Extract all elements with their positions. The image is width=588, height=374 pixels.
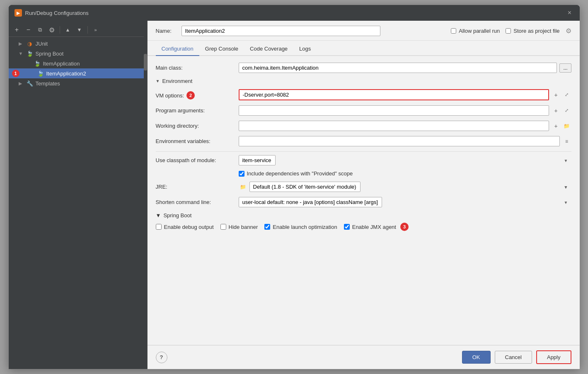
classpath-select[interactable]: item-service [239,155,276,165]
spring-boot-section-label: Spring Boot [163,212,191,219]
enable-jmx-text: Enable JMX agent [352,224,396,230]
templates-label: Templates [36,80,60,87]
program-args-add-button[interactable]: + [552,106,561,115]
item-application-label: ItemApplication [43,61,80,67]
add-config-button[interactable]: + [12,25,22,35]
enable-launch-label[interactable]: Enable launch optimization [264,224,337,230]
env-vars-row: Environment variables: ≡ [156,136,571,146]
config-content: Main class: ... ▼ Environment VM options… [148,56,580,345]
environment-section-header[interactable]: ▼ Environment [156,78,571,84]
enable-jmx-label[interactable]: Enable JMX agent 3 [344,223,409,231]
program-args-input[interactable] [239,105,549,116]
working-dir-input[interactable] [239,121,549,131]
sidebar-item-templates[interactable]: ▶ 🔧 Templates [9,78,147,88]
tab-code-coverage[interactable]: Code Coverage [244,42,293,56]
tab-logs[interactable]: Logs [293,42,317,56]
spring-boot-icon: 🍃 [26,50,34,57]
env-vars-actions: ≡ [562,137,571,146]
sidebar-item-spring-boot[interactable]: ▼ 🍃 Spring Boot [9,49,147,58]
include-deps-checkbox-label[interactable]: Include dependencies with "Provided" sco… [239,170,353,177]
dialog-body: + − ⧉ ⚙ ▲ ▼ » ▶ ◑ JUnit ▼ 🍃 Spring Boot [9,21,580,369]
scrollbar-thumb[interactable] [144,54,147,70]
working-dir-actions: + 📁 [552,121,571,131]
sidebar-item-item-application2[interactable]: 1 🍃 ItemApplication2 [9,68,147,78]
footer-left: ? [156,352,167,363]
jre-folder-button[interactable]: 📁 [239,182,248,192]
spring-boot-label: Spring Boot [36,51,64,57]
copy-config-button[interactable]: ⧉ [35,25,45,35]
title-bar-left: ▶ Run/Debug Configurations [15,9,89,17]
store-project-checkbox[interactable] [506,28,511,34]
enable-launch-checkbox[interactable] [264,224,270,230]
cancel-button[interactable]: Cancel [495,351,532,364]
ok-button[interactable]: OK [462,351,491,364]
enable-debug-text: Enable debug output [164,224,214,230]
apply-button[interactable]: Apply [536,350,571,364]
close-button[interactable]: × [566,9,574,17]
include-deps-checkbox[interactable] [239,171,244,177]
program-args-label: Program arguments: [156,105,239,114]
allow-parallel-row: Allow parallel run [451,28,500,34]
allow-parallel-label: Allow parallel run [459,28,500,34]
left-panel: + − ⧉ ⚙ ▲ ▼ » ▶ ◑ JUnit ▼ 🍃 Spring Boot [9,21,148,369]
main-class-browse-button[interactable]: ... [559,63,571,73]
title-bar: ▶ Run/Debug Configurations × [9,5,580,21]
enable-jmx-checkbox[interactable] [344,224,350,230]
vm-options-add-button[interactable]: + [552,90,561,100]
dialog-title: Run/Debug Configurations [25,10,89,16]
spring-boot-section-header[interactable]: ▼ Spring Boot [156,212,571,219]
sidebar-item-junit[interactable]: ▶ ◑ JUnit [9,39,147,49]
env-vars-input[interactable] [239,136,560,146]
badge-2: 2 [186,91,195,100]
main-class-control: ... [239,63,571,73]
vm-options-control: + ⤢ [239,89,571,100]
name-input[interactable] [181,26,380,36]
enable-debug-checkbox[interactable] [156,224,162,230]
tabs: Configuration Grep Console Code Coverage… [148,42,580,56]
main-class-input[interactable] [239,63,557,73]
include-deps-row: Include dependencies with "Provided" sco… [156,170,571,177]
vm-options-label: VM options: 2 [156,89,239,100]
jre-control: 📁 Default (1.8 - SDK of 'item-service' m… [239,182,571,192]
vm-options-expand-button[interactable]: ⤢ [562,90,571,100]
scrollbar-track [144,21,147,369]
tab-configuration[interactable]: Configuration [156,42,199,56]
include-deps-spacer [156,170,239,172]
working-dir-add-button[interactable]: + [552,121,561,131]
separator2 [87,26,88,34]
vm-options-input[interactable] [239,89,549,100]
move-up-button[interactable]: ▲ [63,25,73,35]
jre-select[interactable]: Default (1.8 - SDK of 'item-service' mod… [249,182,361,192]
item-application-icon: 🍃 [34,60,41,67]
name-row: Name: Allow parallel run Store as projec… [148,21,580,41]
working-dir-folder-button[interactable]: 📁 [562,121,571,131]
settings-config-button[interactable]: ⚙ [47,25,57,35]
sidebar-item-item-application[interactable]: 🍃 ItemApplication [9,58,147,68]
shorten-cmd-select[interactable]: user-local default: none - java [options… [239,197,382,207]
env-vars-edit-button[interactable]: ≡ [562,137,571,146]
remove-config-button[interactable]: − [24,25,34,35]
allow-parallel-checkbox[interactable] [451,28,456,34]
templates-icon: 🔧 [26,80,34,87]
hide-banner-label[interactable]: Hide banner [220,224,258,230]
junit-chevron: ▶ [19,41,25,46]
hide-banner-checkbox[interactable] [220,224,226,230]
left-toolbar: + − ⧉ ⚙ ▲ ▼ » [9,23,147,37]
hide-banner-text: Hide banner [229,224,258,230]
run-debug-dialog: ▶ Run/Debug Configurations × + − ⧉ ⚙ ▲ ▼… [8,5,580,369]
tab-grep-console[interactable]: Grep Console [199,42,244,56]
more-button[interactable]: » [91,25,101,35]
help-button[interactable]: ? [156,352,167,363]
gear-icon[interactable]: ⚙ [566,27,571,35]
right-panel: Name: Allow parallel run Store as projec… [148,21,580,369]
working-dir-row: Working directory: + 📁 [156,121,571,131]
program-args-expand-button[interactable]: ⤢ [562,106,571,115]
spring-boot-section: ▼ Spring Boot Enable debug output Hide b… [156,212,571,231]
jre-select-container: Default (1.8 - SDK of 'item-service' mod… [249,182,571,192]
environment-label: Environment [162,78,192,84]
environment-arrow: ▼ [156,79,160,83]
vm-options-row: VM options: 2 + ⤢ [156,89,571,100]
move-down-button[interactable]: ▼ [75,25,85,35]
jre-select-wrapper: 📁 Default (1.8 - SDK of 'item-service' m… [239,182,571,192]
enable-debug-label[interactable]: Enable debug output [156,224,214,230]
